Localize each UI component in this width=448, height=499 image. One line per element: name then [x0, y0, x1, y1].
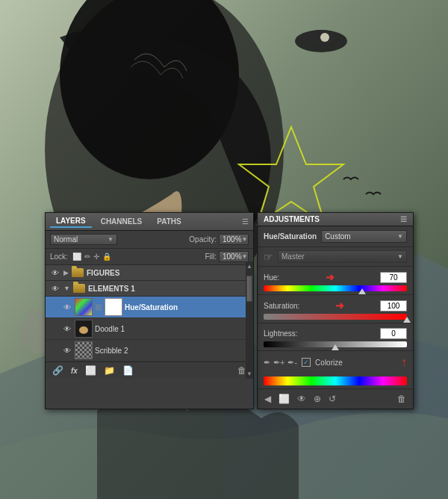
adjustments-panel-header: ADJUSTMENTS ☰ [258, 213, 413, 226]
hue-slider-track[interactable] [264, 285, 407, 291]
adj-panel-menu[interactable]: ☰ [400, 215, 407, 223]
colorize-checkbox[interactable] [302, 358, 311, 367]
scribble2-thumb [75, 341, 93, 359]
scribble2-visibility-icon[interactable]: 👁 [62, 345, 72, 356]
elements1-visibility-icon[interactable]: 👁 [50, 283, 60, 294]
figures-visibility-icon[interactable]: 👁 [50, 267, 60, 278]
opacity-value[interactable]: 100% ▼ [219, 234, 249, 245]
adj-eye-icon[interactable]: 👁 [295, 392, 308, 406]
layers-list: 👁 ▶ FIGURES 👁 ▼ ELEMENTS 1 👁 ⛓ Hue/Satur… [46, 265, 253, 362]
hue-arrow: ➜ [326, 271, 335, 283]
lock-move-icon[interactable]: ✛ [93, 252, 99, 261]
lightness-value[interactable]: 0 [380, 328, 407, 339]
chain-icon: ⛓ [95, 303, 102, 312]
layer-row-hue-sat[interactable]: 👁 ⛓ Hue/Saturation [46, 297, 253, 318]
elements1-label: ELEMENTS 1 [88, 285, 135, 293]
fill-chevron: ▼ [242, 253, 248, 260]
adj-mask-icon[interactable]: ⬜ [276, 392, 292, 406]
saturation-slider-row: Saturation: ➜ 100 [258, 295, 413, 323]
add-mask-icon[interactable]: ⬜ [83, 365, 99, 376]
layer-row-doodle1[interactable]: 👁 Doodle 1 [46, 318, 253, 340]
adjustments-title: ADJUSTMENTS [264, 215, 320, 223]
master-chevron: ▼ [397, 253, 403, 260]
new-layer-icon[interactable]: 📄 [120, 365, 136, 376]
hue-value[interactable]: 70 [380, 272, 407, 283]
eyedropper-icon[interactable]: ✒ [264, 358, 270, 368]
saturation-label: Saturation: [264, 302, 299, 310]
scroll-down-arrow[interactable]: ▼ [246, 369, 252, 379]
finger-tool-icon[interactable]: ☞ [264, 251, 273, 263]
layer-row-scribble2[interactable]: 👁 Scribble 2 [46, 340, 253, 362]
saturation-slider-thumb[interactable] [403, 317, 411, 323]
adj-back-icon[interactable]: ◀ [262, 392, 273, 406]
tab-paths[interactable]: PATHS [151, 216, 187, 227]
adj-delete-icon[interactable]: 🗑 [395, 392, 408, 406]
svg-point-6 [320, 33, 329, 42]
hue-label: Hue: [264, 273, 279, 282]
master-select[interactable]: Master ▼ [278, 250, 407, 263]
hue-sat-name: Hue/Saturation [125, 303, 249, 312]
tab-layers[interactable]: LAYERS [50, 215, 92, 228]
figures-arrow-icon[interactable]: ▶ [63, 269, 69, 276]
figures-label: FIGURES [87, 269, 119, 277]
adj-refresh-icon[interactable]: ↺ [326, 392, 338, 406]
blend-mode-select[interactable]: Normal ▼ [50, 234, 117, 245]
layers-panel-header: LAYERS CHANNELS PATHS ☰ [46, 213, 253, 231]
lock-fill-controls: Lock: ⬜ ✏ ✛ 🔒 Fill: 100% ▼ [46, 249, 253, 265]
colorize-label: Colorize [315, 359, 343, 367]
link-layers-icon[interactable]: 🔗 [50, 365, 66, 376]
lock-icons: ⬜ ✏ ✛ 🔒 [72, 252, 111, 261]
doodle1-thumb [75, 320, 93, 338]
doodle1-visibility-icon[interactable]: 👁 [62, 323, 72, 334]
adj-new-icon[interactable]: ⊕ [311, 392, 323, 406]
panel-menu-icon[interactable]: ☰ [242, 217, 249, 226]
lightness-slider-row: Lightness: 0 [258, 323, 413, 351]
saturation-value[interactable]: 100 [380, 300, 407, 312]
blend-mode-chevron: ▼ [108, 236, 113, 243]
elements1-arrow-icon[interactable]: ▼ [63, 285, 70, 292]
adj-master-row: ☞ Master ▼ [258, 247, 413, 267]
layers-scrollbar[interactable]: ▲ ▼ [246, 261, 253, 379]
new-group-icon[interactable]: 📁 [102, 365, 117, 376]
adjustments-panel: ADJUSTMENTS ☰ Hue/Saturation Custom ▼ ☞ … [257, 212, 414, 409]
fx-icon[interactable]: fx [69, 366, 80, 376]
scribble2-name: Scribble 2 [95, 347, 249, 355]
scroll-up-arrow[interactable]: ▲ [246, 261, 252, 271]
hue-sat-thumb [75, 298, 93, 316]
hue-color-bar [264, 376, 407, 385]
adj-preset-row: Hue/Saturation Custom ▼ [258, 226, 413, 247]
tab-channels[interactable]: CHANNELS [95, 216, 149, 227]
adj-preset-select[interactable]: Custom ▼ [321, 230, 407, 243]
opacity-chevron: ▼ [242, 236, 248, 243]
scroll-thumb[interactable] [246, 276, 252, 302]
opacity-control: Opacity: 100% ▼ [189, 234, 249, 245]
eyedropper-add-icon[interactable]: ✒+ [273, 358, 284, 368]
lock-paint-icon[interactable]: ✏ [84, 252, 90, 261]
fill-value[interactable]: 100% ▼ [219, 251, 249, 262]
hue-slider-thumb[interactable] [358, 288, 366, 294]
colorize-red-arrow: ↑ [401, 356, 407, 369]
lightness-slider-thumb[interactable] [332, 344, 339, 350]
layers-panel: LAYERS CHANNELS PATHS ☰ Normal ▼ Opacity… [45, 212, 254, 409]
lightness-label: Lightness: [264, 329, 298, 338]
lightness-slider-track[interactable] [264, 341, 407, 347]
svg-point-9 [79, 326, 88, 334]
doodle1-thumb-art [76, 321, 91, 336]
hue-sat-visibility-icon[interactable]: 👁 [62, 302, 72, 312]
adj-bottom-bar: ◀ ⬜ 👁 ⊕ ↺ 🗑 [258, 388, 413, 409]
layer-group-figures[interactable]: 👁 ▶ FIGURES [46, 265, 253, 281]
panels-container: LAYERS CHANNELS PATHS ☰ Normal ▼ Opacity… [45, 212, 414, 409]
blend-opacity-controls: Normal ▼ Opacity: 100% ▼ [46, 231, 253, 249]
layer-group-elements1[interactable]: 👁 ▼ ELEMENTS 1 [46, 281, 253, 297]
eyedropper-sub-icon[interactable]: ✒- [287, 358, 297, 368]
hue-sat-mask-thumb [105, 298, 122, 316]
saturation-slider-track[interactable] [264, 314, 407, 320]
preset-chevron: ▼ [397, 233, 403, 240]
saturation-arrow: ➜ [335, 300, 344, 312]
hue-slider-row: Hue: ➜ 70 [258, 267, 413, 295]
adj-type-label: Hue/Saturation [264, 232, 317, 241]
lock-all-icon[interactable]: 🔒 [102, 252, 111, 261]
doodle1-name: Doodle 1 [95, 325, 249, 333]
figures-folder-icon [72, 268, 84, 277]
lock-transparent-icon[interactable]: ⬜ [72, 252, 81, 261]
